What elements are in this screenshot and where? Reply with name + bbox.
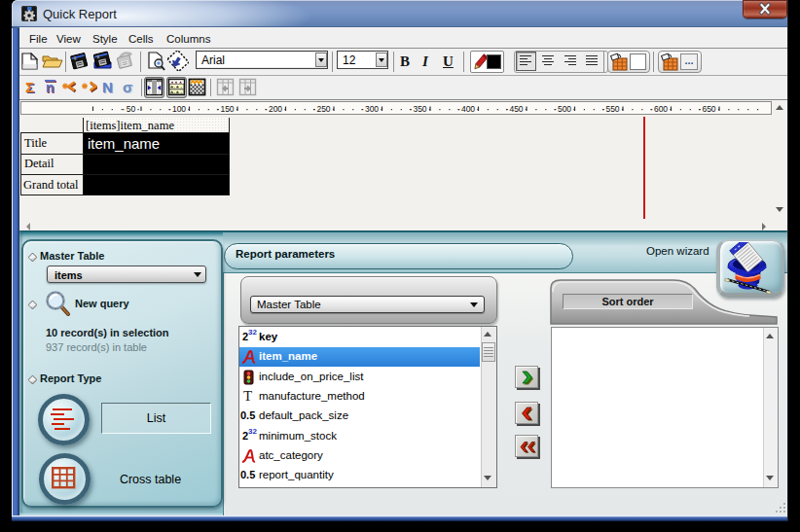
svg-text:50: 50 [127, 104, 136, 114]
svg-text:250: 250 [316, 104, 330, 114]
svg-text:500: 500 [558, 104, 571, 114]
svg-text:350: 350 [413, 104, 426, 114]
svg-text:400: 400 [461, 104, 475, 114]
svg-text:150: 150 [220, 104, 234, 114]
svg-text:200: 200 [269, 104, 282, 114]
svg-text:600: 600 [654, 104, 668, 114]
svg-text:450: 450 [509, 104, 523, 114]
svg-text:650: 650 [702, 104, 715, 114]
svg-text:300: 300 [365, 104, 379, 114]
svg-text:550: 550 [605, 104, 619, 114]
svg-text:100: 100 [172, 104, 186, 114]
